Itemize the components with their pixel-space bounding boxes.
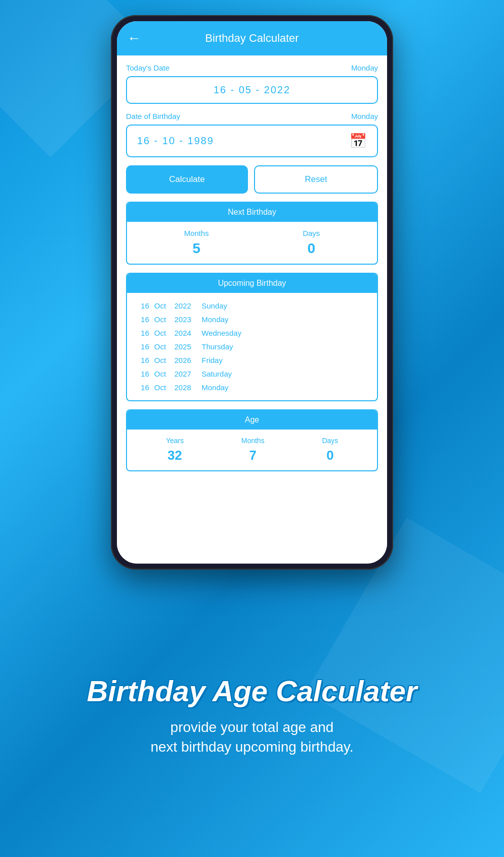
upcoming-day: 16	[137, 342, 149, 351]
upcoming-weekday: Thursday	[202, 342, 233, 351]
promo-section: Birthday Age Calculater provide your tot…	[0, 575, 504, 857]
today-date-box[interactable]: 16 - 05 - 2022	[126, 76, 378, 104]
calendar-icon[interactable]: 📅	[349, 133, 367, 149]
today-date-label: Today's Date	[126, 64, 169, 72]
age-years-value: 32	[166, 448, 183, 463]
upcoming-item: 16 Oct 2022 Sunday	[137, 300, 367, 312]
phone-device: ← Birthday Calculater Today's Date Monda…	[111, 15, 393, 570]
promo-subtitle: provide your total age andnext birthday …	[151, 717, 354, 757]
upcoming-year: 2027	[174, 370, 197, 378]
upcoming-day: 16	[137, 301, 149, 310]
age-body: Years 32 Months 7 Days 0	[127, 430, 377, 470]
birthday-label: Date of Birthday	[126, 112, 180, 120]
birthday-day-name: Monday	[351, 112, 378, 120]
action-buttons: Calculate Reset	[126, 165, 378, 194]
age-months-col: Months 7	[241, 437, 265, 463]
age-header: Age	[127, 410, 377, 430]
age-days-col: Days 0	[322, 437, 338, 463]
upcoming-month: Oct	[154, 383, 169, 392]
age-days-label: Days	[322, 437, 338, 445]
upcoming-item: 16 Oct 2023 Monday	[137, 314, 367, 325]
app-header: ← Birthday Calculater	[117, 21, 387, 55]
upcoming-year: 2024	[174, 329, 197, 337]
age-years-label: Years	[166, 437, 183, 445]
upcoming-weekday: Monday	[202, 383, 228, 392]
upcoming-item: 16 Oct 2025 Thursday	[137, 341, 367, 352]
upcoming-weekday: Saturday	[202, 370, 232, 378]
next-birthday-grid: Months 5 Days 0	[137, 229, 367, 257]
nb-months-col: Months 5	[184, 229, 209, 257]
next-birthday-section: Next Birthday Months 5 Days 0	[126, 202, 378, 265]
today-year: 2022	[264, 84, 291, 95]
upcoming-birthday-section: Upcoming Birthday 16 Oct 2022 Sunday 16 …	[126, 273, 378, 401]
promo-title: Birthday Age Calculater	[87, 675, 417, 707]
today-date-header: Today's Date Monday	[126, 64, 378, 72]
today-date-display: 16 - 05 - 2022	[214, 84, 291, 95]
birthday-sep1: -	[154, 135, 159, 146]
phone-screen: ← Birthday Calculater Today's Date Monda…	[117, 21, 387, 564]
nb-months-label: Months	[184, 229, 209, 237]
upcoming-day: 16	[137, 383, 149, 392]
birthday-date-with-icon: 16 - 10 - 1989 📅	[137, 133, 367, 149]
nb-months-value: 5	[184, 240, 209, 257]
upcoming-month: Oct	[154, 370, 169, 378]
today-day-name: Monday	[351, 64, 378, 72]
upcoming-month: Oct	[154, 315, 169, 324]
calculate-button[interactable]: Calculate	[126, 165, 248, 194]
upcoming-year: 2025	[174, 342, 197, 351]
upcoming-list: 16 Oct 2022 Sunday 16 Oct 2023 Monday 16…	[137, 300, 367, 393]
upcoming-day: 16	[137, 329, 149, 337]
next-birthday-header: Next Birthday	[127, 203, 377, 222]
age-days-value: 0	[322, 448, 338, 463]
upcoming-month: Oct	[154, 342, 169, 351]
today-sep2: -	[256, 84, 261, 95]
nb-days-label: Days	[303, 229, 320, 237]
birthday-sep2: -	[179, 135, 184, 146]
upcoming-month: Oct	[154, 329, 169, 337]
upcoming-day: 16	[137, 315, 149, 324]
upcoming-birthday-body: 16 Oct 2022 Sunday 16 Oct 2023 Monday 16…	[127, 293, 377, 400]
birthday-date-box[interactable]: 16 - 10 - 1989 📅	[126, 125, 378, 157]
next-birthday-body: Months 5 Days 0	[127, 222, 377, 264]
upcoming-item: 16 Oct 2026 Friday	[137, 354, 367, 366]
nb-days-value: 0	[303, 240, 320, 257]
upcoming-year: 2023	[174, 315, 197, 324]
birthday-day: 16	[137, 135, 150, 146]
upcoming-year: 2022	[174, 301, 197, 310]
upcoming-weekday: Wednesday	[202, 329, 241, 337]
age-months-value: 7	[241, 448, 265, 463]
nb-days-col: Days 0	[303, 229, 320, 257]
upcoming-month: Oct	[154, 301, 169, 310]
upcoming-item: 16 Oct 2028 Monday	[137, 382, 367, 393]
upcoming-year: 2028	[174, 383, 197, 392]
birthday-header: Date of Birthday Monday	[126, 112, 378, 120]
upcoming-day: 16	[137, 356, 149, 364]
today-sep1: -	[231, 84, 235, 95]
today-month: 05	[239, 84, 252, 95]
upcoming-weekday: Friday	[202, 356, 223, 364]
age-grid: Years 32 Months 7 Days 0	[137, 437, 367, 463]
upcoming-month: Oct	[154, 356, 169, 364]
today-day: 16	[214, 84, 227, 95]
age-years-col: Years 32	[166, 437, 183, 463]
birthday-date-display: 16 - 10 - 1989	[137, 135, 214, 147]
reset-button[interactable]: Reset	[254, 165, 378, 194]
birthday-year: 1989	[187, 135, 214, 146]
upcoming-day: 16	[137, 370, 149, 378]
age-section: Age Years 32 Months 7	[126, 409, 378, 471]
back-button[interactable]: ←	[127, 30, 141, 46]
phone-frame: ← Birthday Calculater Today's Date Monda…	[111, 15, 393, 570]
upcoming-item: 16 Oct 2024 Wednesday	[137, 327, 367, 339]
upcoming-item: 16 Oct 2027 Saturday	[137, 368, 367, 380]
birthday-month: 10	[162, 135, 175, 146]
app-title: Birthday Calculater	[149, 32, 355, 45]
upcoming-weekday: Monday	[202, 315, 228, 324]
upcoming-birthday-header: Upcoming Birthday	[127, 274, 377, 293]
upcoming-year: 2026	[174, 356, 197, 364]
upcoming-weekday: Sunday	[202, 301, 227, 310]
app-content: Today's Date Monday 16 - 05 - 2022 Date …	[117, 55, 387, 564]
age-months-label: Months	[241, 437, 265, 445]
